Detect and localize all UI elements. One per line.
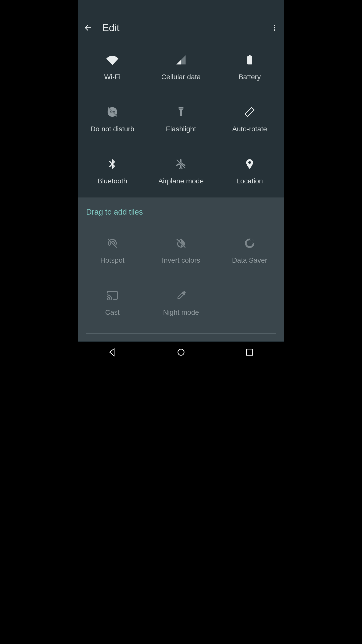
autorotate-icon [244,106,256,118]
battery-icon [244,54,256,66]
airplane-off-icon [175,158,187,170]
nav-recents-button[interactable] [235,345,265,359]
more-vert-icon [270,24,279,32]
location-icon [244,158,256,170]
tile-label: Do not disturb [90,125,134,133]
tile-nightmode[interactable]: Night mode [147,277,215,329]
tile-label: Data Saver [232,256,267,264]
hotspot-off-icon [106,237,118,249]
tile-label: Cellular data [161,73,201,81]
arrow-left-icon [83,23,92,32]
wifi-icon [106,54,118,66]
active-tiles-grid: Wi-Fi Cellular data Battery Do not distu… [78,41,284,197]
dnd-off-icon [106,106,118,118]
tile-hotspot[interactable]: Hotspot [78,225,147,277]
tile-label: Airplane mode [158,177,204,185]
tile-label: Flashlight [166,125,196,133]
eyedropper-icon [175,289,187,301]
system-nav-bar [78,342,284,362]
tile-dnd[interactable]: Do not disturb [78,93,147,145]
flashlight-icon [175,106,187,118]
invert-colors-off-icon [175,237,187,249]
page-title: Edit [102,22,269,33]
tile-label: Wi-Fi [104,73,120,81]
overflow-menu-button[interactable] [269,24,280,32]
svg-point-16 [178,349,184,355]
tile-invert[interactable]: Invert colors [147,225,215,277]
tile-label: Cast [105,308,120,316]
svg-point-2 [274,29,275,31]
svg-point-1 [274,27,275,28]
nav-home-icon [176,347,186,357]
tile-autorotate[interactable]: Auto-rotate [215,93,284,145]
tile-cast[interactable]: Cast [78,277,147,329]
tile-label: Auto-rotate [232,125,267,133]
tile-battery[interactable]: Battery [215,41,284,93]
status-bar-spacer [78,0,284,14]
tile-label: Hotspot [100,256,125,264]
screen: Edit Wi-Fi Cellular data Ba [78,0,284,362]
tile-label: Invert colors [162,256,200,264]
cast-icon [106,289,118,301]
tile-label: Battery [239,73,261,81]
back-button[interactable] [83,23,93,32]
nav-home-button[interactable] [166,345,196,359]
nav-recents-icon [244,347,255,357]
tile-bluetooth[interactable]: Bluetooth [78,145,147,197]
tile-airplane[interactable]: Airplane mode [147,145,215,197]
bluetooth-icon [106,158,118,170]
inactive-section: Drag to add tiles Hotspot Invert colors … [78,197,284,341]
tile-cellular[interactable]: Cellular data [147,41,215,93]
svg-point-0 [274,25,275,26]
tile-location[interactable]: Location [215,145,284,197]
inactive-tiles-grid: Hotspot Invert colors Data Saver Cast [78,225,284,329]
tile-wifi[interactable]: Wi-Fi [78,41,147,93]
app-bar: Edit [78,14,284,41]
tile-label: Location [236,177,263,185]
tile-datasaver[interactable]: Data Saver [215,225,284,277]
drag-hint-label: Drag to add tiles [78,197,284,225]
svg-rect-17 [247,349,253,355]
nav-back-button[interactable] [97,345,127,359]
nav-back-icon [107,347,118,357]
cellular-icon [175,54,187,66]
tile-label: Bluetooth [98,177,127,185]
data-saver-icon [244,237,256,249]
tile-empty [215,277,284,329]
tile-label: Night mode [163,308,199,316]
tile-flashlight[interactable]: Flashlight [147,93,215,145]
